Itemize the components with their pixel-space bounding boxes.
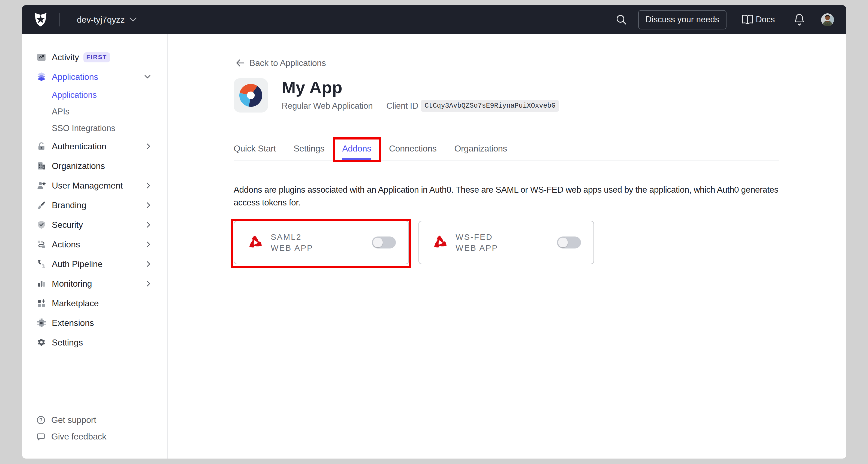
activity-icon — [37, 53, 46, 62]
app-type: Regular Web Application — [282, 101, 373, 111]
saml2-addon-icon — [246, 233, 265, 252]
sidebar-subitem-sso-integrations[interactable]: SSO Integrations — [22, 120, 167, 136]
tenant-switcher[interactable]: dev-tyj7qyzz — [77, 15, 136, 25]
sidebar-item-extensions[interactable]: Extensions — [22, 313, 167, 333]
sidebar-subitem-applications[interactable]: Applications — [22, 87, 167, 103]
topbar: dev-tyj7qyzz Discuss your needs Docs — [22, 5, 846, 34]
sidebar-item-actions[interactable]: Actions — [22, 235, 167, 254]
chevron-right-icon — [147, 280, 151, 287]
search-icon[interactable] — [616, 14, 627, 25]
wsfed-toggle[interactable] — [557, 236, 581, 248]
sidebar-subitem-apis[interactable]: APIs — [22, 103, 167, 120]
addon-name-line2: WEB APP — [456, 242, 498, 254]
user-management-icon — [37, 181, 46, 190]
feedback-bubble-icon — [36, 432, 45, 441]
sidebar-item-label: Applications — [52, 72, 98, 82]
sidebar-item-activity[interactable]: Activity FIRST — [22, 47, 167, 67]
tab-quick-start[interactable]: Quick Start — [234, 143, 276, 160]
application-logo — [234, 78, 268, 112]
help-circle-icon — [36, 416, 45, 425]
sidebar: Activity FIRST Applications Applicatio — [22, 34, 168, 459]
saml2-toggle[interactable] — [372, 236, 396, 248]
marketplace-grid-icon — [37, 299, 46, 308]
sidebar-item-branding[interactable]: Branding — [22, 195, 167, 215]
tab-organizations[interactable]: Organizations — [455, 143, 507, 160]
chevron-right-icon — [147, 143, 151, 149]
notifications-bell-icon[interactable] — [795, 13, 804, 26]
addon-name-line1: SAML2 — [271, 232, 313, 242]
tab-addons-label: Addons — [342, 143, 371, 154]
sidebar-item-monitoring[interactable]: Monitoring — [22, 274, 167, 293]
monitoring-bars-icon — [37, 279, 46, 288]
sidebar-item-label: Actions — [52, 239, 80, 250]
docs-link[interactable]: Docs — [742, 15, 775, 25]
sidebar-item-label: Monitoring — [52, 279, 92, 289]
give-feedback-link[interactable]: Give feedback — [22, 428, 167, 445]
addon-name-line1: WS-FED — [456, 232, 498, 242]
auth0-logo-icon[interactable] — [34, 12, 48, 27]
tab-connections[interactable]: Connections — [389, 143, 437, 160]
docs-label: Docs — [756, 15, 775, 25]
toggle-knob — [373, 238, 383, 247]
book-icon — [742, 15, 753, 25]
topbar-divider — [59, 13, 60, 26]
branding-brush-icon — [37, 201, 46, 209]
sidebar-item-marketplace[interactable]: Marketplace — [22, 293, 167, 313]
back-to-applications-link[interactable]: Back to Applications — [234, 58, 779, 68]
sidebar-item-organizations[interactable]: Organizations — [22, 156, 167, 176]
lock-icon — [37, 142, 46, 151]
sidebar-item-user-management[interactable]: User Management — [22, 176, 167, 195]
wsfed-addon-icon — [431, 233, 450, 252]
sidebar-item-security[interactable]: Security — [22, 215, 167, 235]
sidebar-item-label: Marketplace — [52, 298, 99, 308]
application-header: My App Regular Web Application Client ID… — [234, 78, 779, 112]
sidebar-item-settings[interactable]: Settings — [22, 333, 167, 352]
chevron-down-icon — [145, 75, 151, 79]
sidebar-item-label: Activity — [52, 52, 79, 62]
tab-addons[interactable]: Addons — [342, 143, 371, 160]
client-id-label: Client ID — [386, 101, 418, 111]
actions-flow-icon — [37, 240, 46, 249]
sidebar-item-label: Security — [52, 220, 83, 230]
app-logo-donut-icon — [239, 84, 262, 107]
auth0-dashboard-window: dev-tyj7qyzz Discuss your needs Docs — [22, 5, 846, 459]
discuss-your-needs-button[interactable]: Discuss your needs — [638, 10, 727, 29]
addon-name-line2: WEB APP — [271, 242, 313, 254]
sidebar-item-label: Organizations — [52, 161, 105, 171]
tenant-name: dev-tyj7qyzz — [77, 15, 125, 25]
back-link-label: Back to Applications — [249, 58, 326, 68]
addon-cards: SAML2 WEB APP — [234, 221, 779, 264]
addon-card-label: SAML2 WEB APP — [271, 232, 313, 254]
footer-item-label: Give feedback — [51, 432, 106, 442]
get-support-link[interactable]: Get support — [22, 412, 167, 428]
avatar-photo — [821, 13, 834, 26]
tab-bar: Quick Start Settings Addons Connections … — [234, 143, 779, 161]
applications-layers-icon — [37, 72, 46, 81]
sidebar-item-auth-pipeline[interactable]: Auth Pipeline — [22, 254, 167, 274]
sidebar-item-authentication[interactable]: Authentication — [22, 136, 167, 156]
sidebar-item-label: Branding — [52, 200, 86, 210]
sidebar-subitem-label: APIs — [52, 107, 69, 117]
chevron-right-icon — [147, 261, 151, 267]
sidebar-item-label: Authentication — [52, 141, 106, 152]
footer-item-label: Get support — [51, 415, 96, 425]
client-id-value[interactable]: CtCqy3AvbQZSo7sE9RiynaPuiXOxvebG — [421, 100, 559, 112]
sidebar-item-applications[interactable]: Applications — [22, 67, 167, 87]
sidebar-footer: Get support Give feedback — [22, 412, 167, 445]
chevron-right-icon — [147, 222, 151, 228]
chevron-right-icon — [147, 183, 151, 189]
topbar-right: Discuss your needs Docs — [616, 10, 834, 29]
chevron-down-icon — [129, 18, 136, 22]
user-avatar[interactable] — [821, 13, 834, 26]
addons-description: Addons are plugins associated with an Ap… — [234, 184, 806, 209]
extensions-chip-icon — [37, 319, 46, 327]
addon-card-wsfed[interactable]: WS-FED WEB APP — [418, 221, 594, 264]
sidebar-item-label: Settings — [52, 338, 83, 347]
sidebar-subitem-label: SSO Integrations — [52, 124, 115, 133]
addon-card-label: WS-FED WEB APP — [456, 232, 498, 254]
tab-settings[interactable]: Settings — [293, 143, 324, 160]
sidebar-item-label: User Management — [52, 180, 123, 191]
chevron-right-icon — [147, 241, 151, 247]
organizations-building-icon — [37, 162, 46, 170]
addon-card-saml2[interactable]: SAML2 WEB APP — [234, 221, 409, 264]
